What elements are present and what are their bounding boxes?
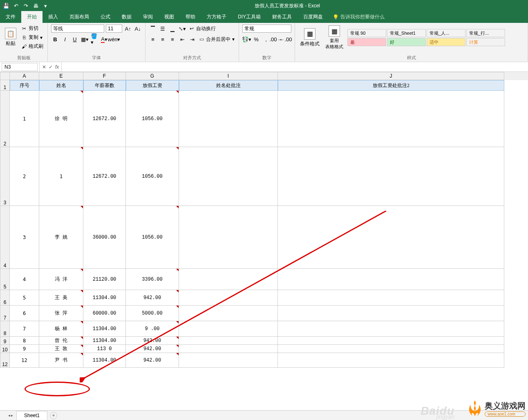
tab-view[interactable]: 视图 (159, 11, 180, 23)
table-cell[interactable]: 王 美 (39, 290, 83, 306)
percent-icon[interactable]: % (252, 35, 260, 43)
table-cell[interactable]: 2 (10, 147, 39, 206)
add-sheet-button[interactable]: + (50, 412, 57, 419)
col-header-J[interactable]: J (278, 72, 504, 80)
table-cell[interactable] (278, 353, 504, 368)
sheet-tab-1[interactable]: Sheet1 (16, 411, 47, 420)
row-header[interactable]: 6 (0, 290, 10, 306)
table-header-cell[interactable]: 年薪基数 (83, 80, 126, 91)
increase-font-icon[interactable]: A↑ (124, 25, 132, 33)
table-cell[interactable]: 3 (10, 206, 39, 269)
table-cell[interactable]: 12672.00 (83, 91, 126, 147)
table-cell[interactable]: 5 (10, 290, 39, 306)
style-normal-row[interactable]: 常规_行... (466, 29, 505, 37)
italic-button[interactable]: I (61, 35, 69, 43)
table-cell[interactable]: 942.00 (126, 353, 179, 368)
cancel-icon[interactable]: ✕ (42, 64, 46, 70)
cut-button[interactable]: ✂剪切 (20, 25, 44, 32)
table-cell[interactable]: 杨 林 (39, 321, 83, 337)
table-cell[interactable]: 李 姚 (39, 206, 83, 269)
col-header-A[interactable]: A (10, 72, 39, 80)
table-cell[interactable]: 6 (10, 306, 39, 321)
enter-icon[interactable]: ✓ (49, 64, 53, 70)
nav-last-icon[interactable]: ▸ (11, 413, 13, 418)
decrease-decimal-icon[interactable]: ←.00 (282, 35, 290, 43)
formula-input[interactable] (62, 63, 528, 71)
table-cell[interactable] (179, 269, 278, 290)
tab-review[interactable]: 审阅 (137, 11, 159, 23)
bold-button[interactable]: B (51, 35, 59, 43)
tab-page-layout[interactable]: 页面布局 (64, 11, 95, 23)
paste-button[interactable]: 📋 粘贴 (3, 27, 18, 48)
table-cell[interactable]: 5000.00 (126, 306, 179, 321)
format-painter-button[interactable]: 🖌格式刷 (20, 42, 44, 50)
row-header[interactable]: 4 (0, 206, 10, 269)
table-cell[interactable] (179, 306, 278, 321)
row-header[interactable]: 3 (0, 147, 10, 206)
table-cell[interactable] (278, 306, 504, 321)
row-header[interactable]: 9 (0, 337, 10, 345)
row-header[interactable]: 8 (0, 321, 10, 337)
table-header-cell[interactable]: 放假工资 (126, 80, 179, 91)
table-cell[interactable]: 冯 洋 (39, 269, 83, 290)
align-top-icon[interactable]: ▔ (149, 25, 157, 33)
decrease-indent-icon[interactable]: ⇤ (178, 35, 186, 43)
align-bottom-icon[interactable]: ▁ (168, 25, 177, 33)
table-header-cell[interactable]: 姓名 (39, 80, 83, 91)
col-header-G[interactable]: G (126, 72, 179, 80)
table-cell[interactable] (278, 345, 504, 353)
table-cell[interactable] (278, 337, 504, 345)
merge-center-button[interactable]: ▭合并后居中▾ (198, 36, 235, 43)
font-color-button[interactable]: A▾ (100, 35, 108, 43)
table-cell[interactable]: 1056.00 (126, 147, 179, 206)
fx-icon[interactable]: fx (55, 64, 59, 70)
decrease-font-icon[interactable]: A↓ (134, 25, 142, 33)
table-cell[interactable]: 7 (10, 321, 39, 337)
tab-finance[interactable]: 财务工具 (266, 11, 298, 23)
table-cell[interactable]: 12672.00 (83, 147, 126, 206)
style-normal90[interactable]: 常规 90 (347, 29, 386, 37)
underline-button[interactable]: U (71, 35, 79, 43)
increase-decimal-icon[interactable]: .00→ (272, 35, 280, 43)
table-cell[interactable] (179, 206, 278, 269)
table-cell[interactable]: 11304.00 (83, 353, 126, 368)
align-left-icon[interactable]: ≡ (149, 35, 157, 43)
row-header[interactable]: 7 (0, 306, 10, 321)
table-format-button[interactable]: ▦ 套用 表格格式 (324, 25, 345, 51)
style-bad[interactable]: 差 (347, 38, 386, 46)
table-cell[interactable] (179, 290, 278, 306)
table-cell[interactable]: 11304.00 (83, 337, 126, 345)
phonetic-button[interactable]: wén▾ (110, 35, 118, 43)
tab-data[interactable]: 数据 (116, 11, 137, 23)
table-cell[interactable]: 9 (10, 345, 39, 353)
table-cell[interactable] (179, 147, 278, 206)
tab-home[interactable]: 开始 (21, 11, 43, 23)
qat-more-icon[interactable]: ▾ (42, 2, 49, 9)
tab-fanggezi[interactable]: 方方格子 (201, 11, 232, 23)
number-format-select[interactable] (242, 25, 291, 33)
tab-file[interactable]: 文件 (0, 11, 21, 23)
table-cell[interactable]: 张 萍 (39, 306, 83, 321)
wrap-text-button[interactable]: ↩自动换行 (188, 25, 217, 33)
nav-first-icon[interactable]: ◂ (8, 413, 10, 418)
table-cell[interactable]: 曾 伦 (39, 337, 83, 345)
style-normal-sheet1[interactable]: 常规_Sheet1 (387, 29, 426, 37)
spreadsheet-grid[interactable]: AEFGIJ 1序号姓名年薪基数放假工资姓名处批注放假工资处批注221徐 明12… (0, 72, 528, 368)
tab-insert[interactable]: 插入 (43, 11, 64, 23)
table-header-cell[interactable]: 放假工资处批注2 (278, 80, 504, 91)
table-cell[interactable]: 8 (10, 337, 39, 345)
table-cell[interactable]: 942.00 (126, 345, 179, 353)
print-preview-icon[interactable]: 🖶 (32, 2, 39, 9)
table-cell[interactable]: 王 敦 (39, 345, 83, 353)
comma-icon[interactable]: , (262, 35, 270, 43)
sheet-nav[interactable]: ◂ ▸ (8, 413, 13, 418)
tab-baidu[interactable]: 百度网盘 (298, 11, 329, 23)
table-cell[interactable] (278, 321, 504, 337)
table-cell[interactable]: 11304.00 (83, 290, 126, 306)
align-center-icon[interactable]: ≡ (159, 35, 167, 43)
table-cell[interactable] (278, 290, 504, 306)
name-box[interactable] (2, 63, 38, 71)
copy-button[interactable]: ⎘复制▾ (20, 34, 44, 41)
font-name-select[interactable] (51, 25, 104, 33)
row-header[interactable]: 2 (0, 91, 10, 147)
